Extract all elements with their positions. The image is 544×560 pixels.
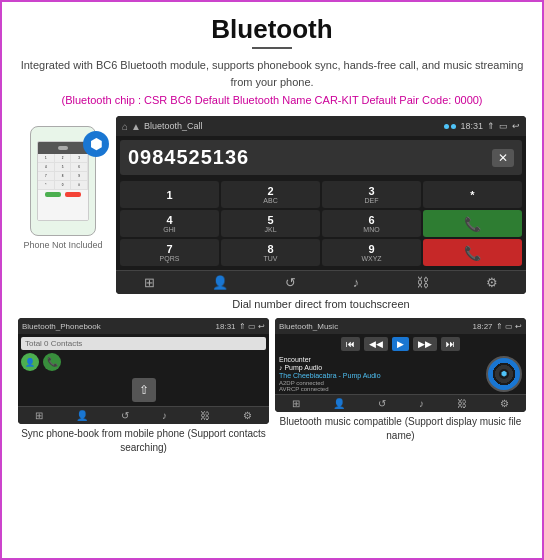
bluetooth-disc-icon: ⬢: [499, 369, 509, 379]
backspace-button[interactable]: ✕: [492, 149, 514, 167]
music-icon[interactable]: ♪: [353, 275, 360, 290]
phonebook-time: 18:31: [216, 322, 236, 331]
music-caption: Bluetooth music compatible (Support disp…: [275, 415, 526, 443]
phonebook-screen: Bluetooth_Phonebook 18:31 ⇑ ▭ ↩ Total 0 …: [18, 318, 269, 424]
contact-row: 👤 📞: [21, 353, 266, 371]
dial-bottom-bar: ⊞ 👤 ↺ ♪ ⛓ ⚙: [116, 270, 526, 294]
music-nav-icon: ⇑ ▭ ↩: [496, 322, 522, 331]
rewind-button[interactable]: ◀◀: [364, 337, 388, 351]
phone-not-included: Phone Not Included: [23, 240, 102, 250]
ms-link-icon[interactable]: ⛓: [457, 398, 467, 409]
end-call-button[interactable]: 📞: [423, 239, 522, 266]
track-3-active: The Cheebiacabra - Pump Audio: [279, 372, 482, 379]
phonebook-search[interactable]: Total 0 Contacts: [21, 337, 266, 350]
contacts-icon[interactable]: 👤: [212, 275, 228, 290]
prev-button[interactable]: ⏮: [341, 337, 360, 351]
back-icon[interactable]: ↩: [512, 121, 520, 131]
settings-icon[interactable]: ⚙: [486, 275, 498, 290]
ms-contact-icon[interactable]: 👤: [333, 398, 345, 409]
description: Integrated with BC6 Bluetooth module, su…: [18, 57, 526, 90]
track-1: Encounter: [279, 356, 482, 363]
key-star[interactable]: *: [423, 181, 522, 208]
key-9[interactable]: 9WXYZ: [322, 239, 421, 266]
phonebook-container: Bluetooth_Phonebook 18:31 ⇑ ▭ ↩ Total 0 …: [18, 318, 269, 455]
battery-icon: ▭: [499, 121, 508, 131]
avrcp-status: AVRCP connected: [279, 386, 482, 392]
sync-icon[interactable]: ⇧: [132, 378, 156, 402]
track-2: ♪ Pump Audio: [279, 364, 482, 371]
dial-time: 18:31: [460, 121, 483, 131]
pb-contact-icon[interactable]: 👤: [76, 410, 88, 421]
dial-caption: Dial number direct from touchscreen: [116, 298, 526, 310]
ms-recent-icon[interactable]: ↺: [378, 398, 386, 409]
ms-settings-icon[interactable]: ⚙: [500, 398, 509, 409]
key-2[interactable]: 2ABC: [221, 181, 320, 208]
music-container: Bluetooth_Music 18:27 ⇑ ▭ ↩ ⏮ ◀◀ ▶ ▶▶ ⏭ …: [275, 318, 526, 455]
expand-icon: ⇑: [487, 121, 495, 131]
call-button[interactable]: 📞: [423, 210, 522, 237]
music-time: 18:27: [473, 322, 493, 331]
link-icon[interactable]: ⛓: [416, 275, 429, 290]
keypad: 1 2ABC 3DEF * 4GHI 5JKL 6MNO 📞 7PQRS 8TU…: [116, 179, 526, 270]
pb-recent-icon[interactable]: ↺: [121, 410, 129, 421]
dial-header-title: Bluetooth_Call: [144, 121, 203, 131]
next-button[interactable]: ⏭: [441, 337, 460, 351]
keypad-icon[interactable]: ⊞: [144, 275, 155, 290]
key-4[interactable]: 4GHI: [120, 210, 219, 237]
bluetooth-icon: ⬢: [83, 131, 109, 157]
music-title: Bluetooth_Music: [279, 322, 470, 331]
music-controls: ⏮ ◀◀ ▶ ▶▶ ⏭: [275, 334, 526, 354]
dial-number: 0984525136: [128, 146, 249, 169]
play-button[interactable]: ▶: [392, 337, 409, 351]
contact-avatar: 👤: [21, 353, 39, 371]
contact-phone-icon[interactable]: 📞: [43, 353, 61, 371]
key-6[interactable]: 6MNO: [322, 210, 421, 237]
phone-image: ⬢ 123 456 789 *0#: [30, 126, 96, 236]
title-underline: [252, 47, 292, 49]
music-screen: Bluetooth_Music 18:27 ⇑ ▭ ↩ ⏮ ◀◀ ▶ ▶▶ ⏭ …: [275, 318, 526, 412]
forward-button[interactable]: ▶▶: [413, 337, 437, 351]
ms-music-icon[interactable]: ♪: [419, 398, 424, 409]
chip-info: (Bluetooth chip : CSR BC6 Default Blueto…: [61, 94, 482, 106]
key-8[interactable]: 8TUV: [221, 239, 320, 266]
phonebook-bottom-bar: ⊞ 👤 ↺ ♪ ⛓ ⚙: [18, 406, 269, 424]
ms-keypad-icon[interactable]: ⊞: [292, 398, 300, 409]
page-title: Bluetooth: [211, 14, 332, 45]
phonebook-title: Bluetooth_Phonebook: [22, 322, 213, 331]
phonebook-nav-icon: ⇑ ▭ ↩: [239, 322, 265, 331]
music-info: Encounter ♪ Pump Audio The Cheebiacabra …: [279, 356, 482, 392]
pb-settings-icon[interactable]: ⚙: [243, 410, 252, 421]
music-bottom-bar: ⊞ 👤 ↺ ♪ ⛓ ⚙: [275, 394, 526, 412]
phonebook-caption: Sync phone-book from mobile phone (Suppo…: [18, 427, 269, 455]
dial-screen: ⌂ ▲ Bluetooth_Call 18:31 ⇑ ▭ ↩ 098452513…: [116, 116, 526, 294]
signal-icon: ▲: [131, 121, 141, 132]
pb-keypad-icon[interactable]: ⊞: [35, 410, 43, 421]
key-3[interactable]: 3DEF: [322, 181, 421, 208]
home-icon: ⌂: [122, 121, 128, 132]
music-content: Encounter ♪ Pump Audio The Cheebiacabra …: [275, 354, 526, 394]
recents-icon[interactable]: ↺: [285, 275, 296, 290]
key-1[interactable]: 1: [120, 181, 219, 208]
pb-link-icon[interactable]: ⛓: [200, 410, 210, 421]
key-5[interactable]: 5JKL: [221, 210, 320, 237]
phone-screen: 123 456 789 *0#: [37, 141, 89, 221]
music-disc: ⬢: [486, 356, 522, 392]
key-7[interactable]: 7PQRS: [120, 239, 219, 266]
pb-music-icon[interactable]: ♪: [162, 410, 167, 421]
